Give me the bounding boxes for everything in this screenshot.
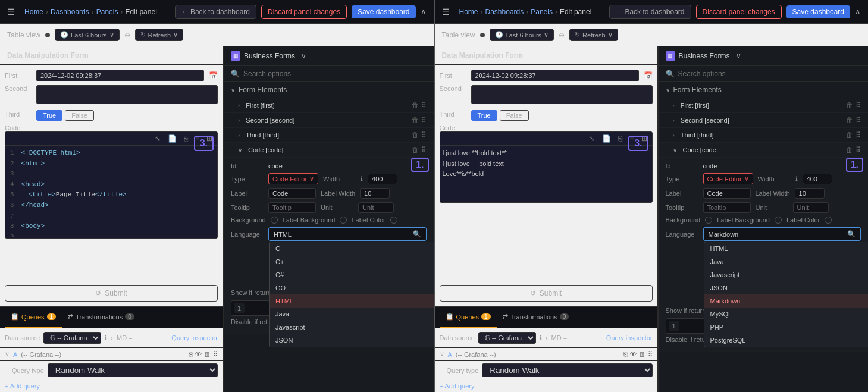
first-arrow-left[interactable]: › [238,102,240,109]
second-delete-left[interactable]: 🗑 [412,116,419,124]
calendar-icon-left[interactable]: 📅 [209,71,218,80]
back-to-dashboard-btn-left[interactable]: ← Back to dashboard [175,5,256,19]
third-arrow-left[interactable]: › [238,132,240,139]
back-to-dashboard-btn-right[interactable]: ← Back to dashboard [609,5,691,19]
query-inspector-link-right[interactable]: Query inspector [606,334,653,341]
third-drag-left[interactable]: ⠿ [421,131,427,139]
label-input-right[interactable] [703,188,751,199]
lang-html-right[interactable]: HTML [704,242,869,255]
lang-go-left[interactable]: GO [270,281,434,294]
save-btn-right[interactable]: Save dashboard [786,5,850,18]
lang-json-left[interactable]: JSON [270,334,434,347]
first-arrow-right[interactable]: › [673,102,675,109]
code-drag-left[interactable]: ⠿ [421,146,427,154]
expand-code-btn[interactable]: ⤡ [152,133,163,144]
query-type-select-left[interactable]: Random Walk [48,363,218,377]
form-elements-section-left[interactable]: ∨ Form Elements [224,82,434,98]
third-arrow-right[interactable]: › [673,132,675,139]
copy2-code-btn-right[interactable]: ⎘ [616,133,625,144]
query-copy-icon-right[interactable]: ⎘ [623,350,628,358]
lang-json-right[interactable]: JSON [704,281,869,294]
label-width-input-left[interactable] [360,188,390,199]
first-input-left[interactable] [36,70,204,81]
plugin-chevron-left[interactable]: ∨ [301,52,306,60]
add-query-btn-right[interactable]: + Add query [435,380,657,392]
format-code-btn[interactable]: ≡ [193,133,202,144]
width-input-left[interactable] [368,174,397,184]
lang-cpp-left[interactable]: C++ [270,255,434,268]
code-arrow-left[interactable]: ∨ [238,147,242,153]
search-input-left[interactable] [243,70,427,78]
lang-java-right[interactable]: Java [704,255,869,268]
third-delete-left[interactable]: 🗑 [412,131,419,139]
arrow-icon-left[interactable]: › [111,334,113,341]
lang-dropdown-right[interactable]: Markdown 🔍 HTML Java Javascript JSON Mar… [703,227,861,241]
bg-checkbox-right[interactable] [705,217,712,224]
tooltip-input-left[interactable] [268,202,316,213]
first-input-right[interactable] [471,70,639,81]
unit-input-right[interactable] [793,202,829,213]
query-eye-icon-right[interactable]: 👁 [630,350,637,358]
code-drag-right[interactable]: ⠿ [856,146,861,154]
query-type-select-right[interactable]: Random Walk [482,363,652,377]
label-width-input-right[interactable] [795,188,825,199]
copy2-code-btn[interactable]: ⎘ [181,133,190,144]
zoom-icon-left[interactable]: ⊖ [124,31,130,39]
second-textarea-right[interactable] [471,85,653,104]
copy-code-btn-right[interactable]: 📄 [600,133,613,144]
info-icon-left[interactable]: ℹ [105,334,107,342]
discard-btn-left[interactable]: Discard panel changes [261,5,347,19]
query-delete-icon[interactable]: 🗑 [204,350,211,358]
settings-code-btn[interactable]: ⊞ [204,133,215,144]
query-eye-icon[interactable]: 👁 [195,350,202,358]
third-drag-right[interactable]: ⠿ [856,131,861,139]
code-delete-right[interactable]: 🗑 [846,146,853,154]
lang-dropdown-left[interactable]: HTML 🔍 C C++ C# GO HTML Java [268,227,427,241]
query-drag-icon-right[interactable]: ⠿ [648,350,653,358]
refresh-btn-right[interactable]: ↻ Refresh ∨ [569,29,618,41]
arrow-icon-right[interactable]: › [546,334,548,341]
second-arrow-left[interactable]: › [238,117,240,124]
first-delete-right[interactable]: 🗑 [846,101,853,109]
second-arrow-right[interactable]: › [673,117,675,124]
lang-java-left[interactable]: Java [270,308,434,321]
width-input-right[interactable] [803,174,832,184]
third-delete-right[interactable]: 🗑 [846,131,853,139]
refresh-btn-left[interactable]: ↻ Refresh ∨ [135,29,184,41]
label-color-checkbox-right[interactable] [825,217,832,224]
label-color-checkbox-left[interactable] [390,217,397,224]
format-code-btn-right[interactable]: ≡ [627,133,636,144]
bg-checkbox-left[interactable] [271,217,278,224]
code-delete-left[interactable]: 🗑 [412,146,419,154]
add-query-btn-left[interactable]: + Add query [0,380,223,392]
code-arrow-right[interactable]: ∨ [673,147,677,153]
label-bg-checkbox-left[interactable] [340,217,347,224]
second-textarea-left[interactable] [36,85,218,104]
first-drag-left[interactable]: ⠿ [421,101,427,109]
hamburger-icon-left[interactable]: ☰ [7,7,15,17]
expand-code-btn-right[interactable]: ⤡ [587,133,597,144]
query-expand-icon-right[interactable]: ∨ [440,350,444,358]
lang-javascript-right[interactable]: Javascript [704,268,869,281]
first-delete-left[interactable]: 🗑 [412,101,419,109]
query-expand-icon-left[interactable]: ∨ [5,350,10,358]
true-btn-left[interactable]: True [36,110,62,121]
datasource-select-left[interactable]: 𝔾 -- Grafana [43,332,101,344]
lang-mysql-right[interactable]: MySQL [704,308,869,321]
second-drag-right[interactable]: ⠿ [856,116,861,124]
time-picker-left[interactable]: 🕐 Last 6 hours ∨ [55,29,120,41]
info-icon-right[interactable]: ℹ [540,334,542,342]
true-btn-right[interactable]: True [471,110,497,121]
false-btn-right[interactable]: False [500,110,529,121]
lang-markdown-right[interactable]: Markdown [704,294,869,308]
lang-c-left[interactable]: C [270,242,434,255]
queries-tab-left[interactable]: 📋 Queries 1 [5,307,62,328]
first-drag-right[interactable]: ⠿ [856,101,861,109]
type-select-left[interactable]: Code Editor ∨ [268,173,318,184]
hamburger-icon-right[interactable]: ☰ [442,7,450,17]
collapse-btn-left[interactable]: ∧ [421,7,427,16]
transforms-tab-left[interactable]: ⇄ Transformations 0 [62,307,140,328]
tooltip-input-right[interactable] [703,202,751,213]
lang-html-left[interactable]: HTML [270,294,434,308]
query-drag-icon[interactable]: ⠿ [213,350,218,358]
